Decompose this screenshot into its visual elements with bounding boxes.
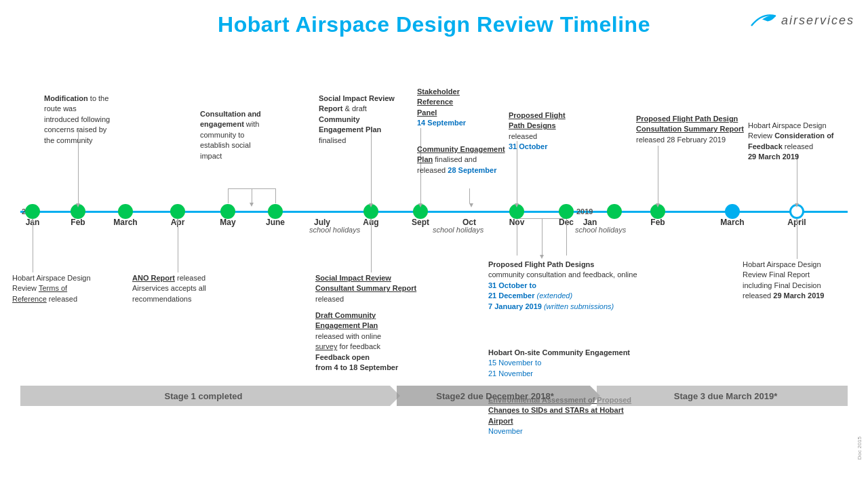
dot-may: [220, 204, 235, 219]
logo: airservices: [746, 8, 854, 33]
timeline-area: 2018 2019 Jan Feb March Apr May June Jul…: [0, 43, 868, 409]
annotation-social-impact: Social Impact ReviewReport & draftCommun…: [319, 94, 420, 146]
year-2019: 2019: [576, 207, 593, 216]
header: Hobart Airspace Design Review Timeline: [0, 0, 868, 43]
dot-dec: [559, 204, 574, 219]
annotation-consultation: Consultation andengagement withcommunity…: [200, 109, 302, 161]
dot-june: [268, 204, 283, 219]
dot-jan-2019: [607, 204, 622, 219]
annotation-proposed-below: Proposed Flight Path Designscommunity co…: [488, 260, 644, 312]
svg-text:Stage2 due December 2018*: Stage2 due December 2018*: [436, 391, 554, 401]
annotation-proposed-flight: Proposed FlightPath Designsreleased31 Oc…: [509, 110, 590, 152]
school-holiday-3: school holidays: [575, 226, 626, 234]
month-feb: Feb: [71, 218, 85, 227]
connector-terms: [33, 218, 33, 272]
timeline-line: [20, 211, 848, 213]
doc-label: Doc 2015: [856, 436, 863, 460]
svg-text:Stage 3 due March 2019*: Stage 3 due March 2019*: [674, 391, 778, 401]
logo-text: airservices: [781, 14, 854, 28]
connector-ano: [178, 218, 178, 272]
stage-banners: Stage 1 completed Stage2 due December 20…: [20, 383, 848, 409]
annotation-modification: Modification to theroute wasintroduced f…: [44, 94, 132, 146]
page-title: Hobart Airspace Design Review Timeline: [218, 12, 650, 37]
svg-text:Stage 1 completed: Stage 1 completed: [165, 391, 243, 401]
school-holiday-1: school holidays: [309, 226, 360, 234]
airservices-logo-icon: [746, 8, 778, 33]
connector-pfpd-report: [658, 146, 658, 205]
month-may: May: [220, 218, 235, 227]
annotation-terms: Hobart Airspace DesignReview Terms ofRef…: [12, 273, 107, 304]
main-container: airservices Hobart Airspace Design Revie…: [0, 0, 868, 488]
annotation-hobart-consideration: Hobart Airspace DesignReview Considerati…: [748, 121, 867, 163]
annotation-draft-community: Draft CommunityEngagement Planreleased w…: [315, 310, 434, 373]
month-march-2019: March: [720, 218, 744, 227]
annotation-stakeholder: StakeholderReferencePanel14 September: [417, 87, 509, 129]
dot-march: [118, 204, 133, 219]
connector-final-report: [797, 218, 797, 259]
school-holiday-2: school holidays: [433, 226, 484, 234]
dot-march-2019: [725, 204, 740, 219]
annotation-social-consultant: Social Impact ReviewConsultant Summary R…: [315, 273, 427, 304]
month-sept: Sept: [412, 218, 429, 227]
month-feb-2019: Feb: [650, 218, 665, 227]
annotation-final-report: Hobart Airspace DesignReview Final Repor…: [743, 260, 861, 302]
connector-social-consultant: [371, 218, 372, 272]
annotation-ano: ANO Report releasedAirservices accepts a…: [132, 273, 237, 304]
dot-jan-2018: [25, 204, 40, 219]
month-june: June: [266, 218, 285, 227]
annotation-onsite: Hobart On-site Community Engagement15 No…: [488, 348, 641, 379]
stage-banners-svg: Stage 1 completed Stage2 due December 20…: [20, 383, 848, 409]
dot-apr: [170, 204, 185, 219]
month-march: March: [113, 218, 137, 227]
